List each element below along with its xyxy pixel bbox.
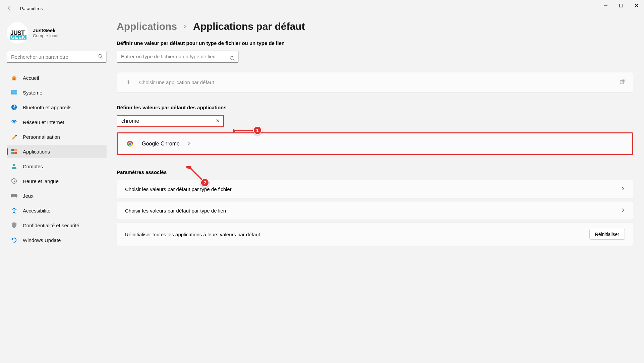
network-icon [11,119,17,125]
sidebar-search-input[interactable] [7,51,107,63]
svg-point-20 [129,142,131,145]
reset-text: Réinitialiser toutes les applications à … [125,232,582,237]
chevron-right-icon [621,207,625,214]
by-filetype-text: Choisir les valeurs par défaut par type … [125,186,613,192]
maximize-icon [619,4,623,7]
nav-applications[interactable]: Applications [7,145,107,158]
system-icon [11,89,17,96]
svg-line-22 [191,169,202,180]
external-link-icon [620,79,625,86]
avatar: JUST GEEK [7,22,28,44]
choose-default-text: Choisir une application par défaut [139,79,612,85]
accounts-icon [11,163,17,170]
update-icon [11,237,17,243]
nav-bluetooth[interactable]: Bluetooth et appareils [7,101,107,114]
breadcrumb: Applications Applications par défaut [117,21,633,32]
svg-rect-4 [11,91,17,94]
bluetooth-icon [11,104,17,111]
reset-card: Réinitialiser toutes les applications à … [117,223,633,246]
gaming-icon [11,192,17,199]
nav-label: Bluetooth et appareils [23,105,71,110]
app-search-input[interactable] [117,115,224,127]
nav-label: Confidentialité et sécurité [23,223,79,228]
search-icon[interactable] [98,54,103,60]
choose-default-card[interactable]: + Choisir une application par défaut [117,72,633,93]
svg-rect-8 [14,149,17,151]
avatar-text-2: GEEK [10,35,26,40]
arrow-left-icon [7,6,12,11]
nav-gaming[interactable]: Jeux [7,189,107,202]
svg-point-1 [99,54,102,57]
user-name: JustGeek [33,27,58,33]
nav-label: Réseau et Internet [23,119,64,125]
nav-update[interactable]: Windows Update [7,233,107,247]
minimize-button[interactable] [598,0,613,11]
nav-list: Accueil Système Bluetooth et appareils R… [7,71,107,247]
chevron-right-icon [621,186,625,192]
svg-rect-7 [11,149,14,151]
maximize-button[interactable] [613,0,629,11]
nav-label: Heure et langue [23,178,59,184]
breadcrumb-parent[interactable]: Applications [117,21,177,32]
titlebar: Paramètres [0,0,644,17]
svg-rect-2 [13,78,15,80]
annotation-marker-2: 2 [200,178,209,187]
by-linktype-text: Choisir les valeurs par défaut par type … [125,208,613,214]
reset-button[interactable]: Réinitialiser [589,229,625,240]
back-button[interactable] [3,2,16,15]
apps-icon [11,148,17,155]
nav-label: Comptes [23,164,43,169]
sidebar: JUST GEEK JustGeek Compte local Accueil [0,17,113,363]
svg-rect-9 [11,152,14,154]
svg-rect-0 [619,4,623,7]
accessibility-icon [11,207,17,214]
home-icon [11,74,17,81]
svg-rect-10 [14,152,17,154]
user-section[interactable]: JUST GEEK JustGeek Compte local [7,22,107,44]
nav-accounts[interactable]: Comptes [7,160,107,173]
annotation-marker-1: 1 [253,126,262,135]
personalization-icon [11,133,17,140]
clear-icon[interactable]: ✕ [216,118,220,124]
nav-system[interactable]: Système [7,86,107,99]
minimize-icon [604,4,607,7]
svg-point-16 [230,56,233,59]
annotation-arrow-1 [233,127,256,134]
search-icon[interactable] [230,56,235,62]
nav-home[interactable]: Accueil [7,71,107,84]
filetype-search-input[interactable] [117,51,239,63]
close-icon [635,4,638,7]
nav-personalization[interactable]: Personnalisation [7,130,107,143]
close-button[interactable] [629,0,644,11]
window-controls [598,0,644,11]
app-result-chrome[interactable]: Google Chrome [117,132,633,155]
svg-point-14 [16,195,16,196]
chrome-icon [126,139,134,148]
plus-icon: + [125,78,132,86]
by-linktype-card[interactable]: Choisir les valeurs par défaut par type … [117,201,633,220]
sidebar-search [7,51,107,63]
svg-point-13 [15,195,15,195]
nav-network[interactable]: Réseau et Internet [7,115,107,129]
svg-point-6 [14,123,15,124]
nav-label: Accueil [23,75,39,81]
nav-accessibility[interactable]: Accessibilité [7,204,107,217]
nav-label: Applications [23,149,50,155]
user-type: Compte local [33,33,58,38]
nav-time[interactable]: Heure et langue [7,174,107,188]
chevron-right-icon [187,141,191,147]
app-defaults-section-title: Définir les valeurs par défaut des appli… [117,105,633,110]
privacy-icon [11,222,17,229]
main-content: Applications Applications par défaut Déf… [113,17,644,363]
svg-point-11 [13,164,15,166]
svg-point-15 [13,207,15,209]
nav-label: Accessibilité [23,208,51,214]
nav-label: Windows Update [23,237,61,243]
chevron-right-icon [183,23,187,30]
filetype-section-title: Définir une valeur par défaut pour un ty… [117,40,633,46]
app-result-name: Google Chrome [142,141,180,147]
nav-label: Système [23,90,42,96]
window-title: Paramètres [20,6,43,11]
page-title: Applications par défaut [193,21,305,32]
nav-privacy[interactable]: Confidentialité et sécurité [7,219,107,232]
